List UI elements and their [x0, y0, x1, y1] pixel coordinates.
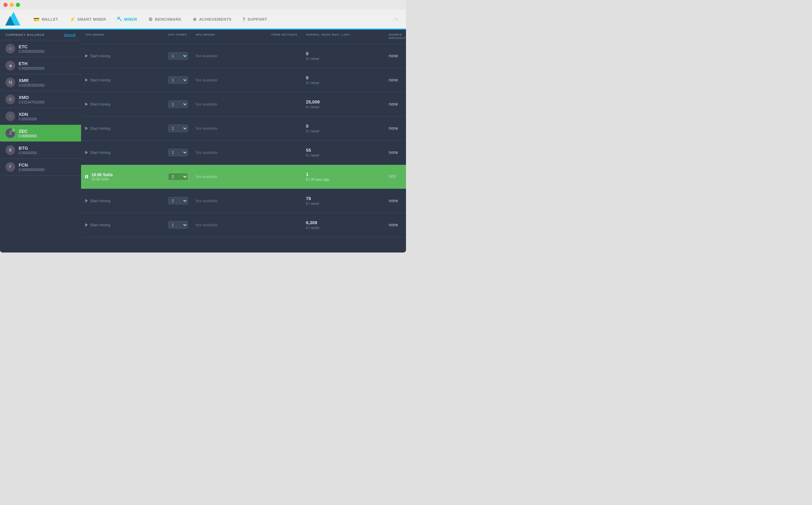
nav-wallet[interactable]: 💳 WALLET: [29, 14, 63, 24]
play-icon: [85, 199, 88, 202]
minimize-button[interactable]: [10, 3, 14, 7]
currency-name-xdn: XDN: [19, 112, 76, 117]
smart-miner-icon: ⚡: [69, 17, 76, 22]
currency-balance-btg: 0.00000000: [19, 151, 76, 155]
th-shares-difficulty: SHARES DIFFICULTY: [385, 30, 406, 44]
sidebar-item-eth[interactable]: ◈ ETH 0.000000000000: [0, 57, 81, 74]
shares-bad-last: 0 / never: [306, 202, 380, 206]
show-all-link[interactable]: Show all: [64, 33, 76, 37]
sidebar-item-xmr[interactable]: Ɱ XMR 0.020393920000: [0, 74, 81, 91]
sidebar-item-fcn[interactable]: F FCN 0.000000000000: [0, 159, 81, 176]
td-gpu-mining: Not available: [191, 51, 267, 61]
pause-mining-button[interactable]: 10.00 Sol/s 10.00 Sol/s: [85, 172, 160, 181]
start-mining-button[interactable]: Start mining: [85, 126, 160, 130]
play-icon: [85, 102, 88, 106]
play-icon: [85, 54, 88, 58]
td-ferm-settings: [267, 101, 302, 107]
currency-info-etc: ETC 0.000000000000: [19, 44, 76, 53]
td-cpu-mining: Start mining: [81, 148, 164, 157]
mining-speed-current: 10.00 Sol/s: [91, 172, 113, 177]
titlebar: [0, 0, 406, 10]
shares-good: 1: [306, 172, 380, 177]
window-controls: [3, 3, 20, 7]
currency-info-zec: ZEC 0.00000000: [19, 129, 76, 138]
start-mining-button[interactable]: Start mining: [85, 199, 160, 203]
currency-balance-xdn: 0.00000000: [19, 117, 76, 121]
sidebar-item-zec[interactable]: ℤ 1 ZEC 0.00000000: [0, 125, 81, 142]
sidebar: CURRENCY BALANCE Show all ◇ ETC 0.000000…: [0, 30, 81, 253]
table-row-xmr: Start mining 124 Not available 25,009 0 …: [81, 92, 406, 117]
cores-select[interactable]: 124: [168, 149, 188, 156]
sidebar-item-etc[interactable]: ◇ ETC 0.000000000000: [0, 40, 81, 57]
shares-good: 0: [306, 123, 380, 129]
currency-icon-zec: ℤ 1: [6, 128, 15, 138]
td-ferm-settings: [267, 222, 302, 228]
nav-achievements[interactable]: ★ ACHIEVEMENTS: [188, 14, 236, 24]
td-difficulty: none: [385, 75, 406, 85]
currency-balance-fcn: 0.000000000000: [19, 168, 76, 172]
table-rows: Start mining 124 Not available 0 0 / nev…: [81, 44, 406, 237]
currency-name-fcn: FCN: [19, 162, 76, 168]
th-ferm-settings: FERM SETTINGS: [267, 30, 302, 44]
start-mining-button[interactable]: Start mining: [85, 150, 160, 155]
start-mining-button[interactable]: Start mining: [85, 102, 160, 106]
currency-info-xdn: XDN 0.00000000: [19, 112, 76, 121]
difficulty-value: none: [389, 150, 398, 155]
nav-benchmark[interactable]: ⚙ BENCHMARK: [143, 14, 186, 24]
cores-select[interactable]: 124: [168, 221, 188, 229]
td-cpu-cores: 124: [164, 49, 191, 62]
td-ferm-settings: [267, 53, 302, 59]
start-mining-button[interactable]: Start mining: [85, 78, 160, 82]
table-header: CPU MINING CPU CORES GPU MINING FERM SET…: [81, 30, 406, 44]
cores-select[interactable]: 124: [168, 100, 188, 108]
gpu-status: Not available: [196, 150, 218, 155]
currency-balance-xmr: 0.020393920000: [19, 83, 76, 87]
start-mining-button[interactable]: Start mining: [85, 54, 160, 58]
currency-balance-eth: 0.000000000000: [19, 67, 76, 70]
start-mining-button[interactable]: Start mining: [85, 223, 160, 227]
nav-support[interactable]: ? SUPPORT: [238, 14, 272, 24]
th-cpu-cores: CPU CORES: [164, 30, 191, 44]
td-shares: 0 0 / never: [302, 72, 385, 88]
nav-smart-miner[interactable]: ⚡ SMART MINER: [65, 14, 111, 24]
content-inner: CPU MINING CPU CORES GPU MINING FERM SET…: [81, 30, 406, 237]
currency-balance-etc: 0.000000000000: [19, 50, 76, 53]
sidebar-item-btg[interactable]: Ƀ BTG 0.00000000: [0, 142, 81, 159]
currency-name-eth: ETH: [19, 61, 76, 66]
shares-bad-last: 0 / never: [306, 57, 380, 61]
collapse-button[interactable]: ⤡: [392, 16, 401, 23]
maximize-button[interactable]: [16, 3, 20, 7]
nav-miner[interactable]: ⛏ MINER: [112, 14, 142, 24]
currency-icon-etc: ◇: [6, 44, 15, 53]
shares-bad-last: 0 / never: [306, 154, 380, 157]
nav-support-label: SUPPORT: [248, 17, 267, 21]
td-difficulty: none: [385, 123, 406, 133]
cores-select[interactable]: 224: [168, 173, 188, 180]
cores-select[interactable]: 124: [168, 52, 188, 60]
td-cpu-mining: Start mining: [81, 220, 164, 230]
td-cpu-mining: Start mining: [81, 123, 164, 133]
close-button[interactable]: [3, 3, 8, 7]
td-cpu-cores: 124: [164, 73, 191, 87]
sidebar-item-xmo[interactable]: ⊙ XMO 0.015347010000: [0, 91, 81, 108]
cores-select[interactable]: 224: [168, 197, 188, 205]
table-row-btg: Start mining 224 Not available 78 0 / ne…: [81, 189, 406, 213]
shares-bad-last: 0 / never: [306, 129, 380, 133]
gpu-status: Not available: [196, 126, 218, 130]
td-ferm-settings: [267, 77, 302, 83]
app-logo: [5, 11, 22, 28]
cores-select[interactable]: 124: [168, 125, 188, 132]
pause-icon: [85, 175, 88, 178]
gpu-status: Not available: [196, 175, 218, 179]
support-icon: ?: [242, 17, 246, 22]
sidebar-item-xdn[interactable]: ⁙ XDN 0.00000000: [0, 108, 81, 125]
cores-select[interactable]: 124: [168, 76, 188, 84]
currency-info-xmo: XMO 0.015347010000: [19, 95, 76, 104]
play-icon: [85, 151, 88, 154]
currency-info-btg: BTG 0.00000000: [19, 146, 76, 155]
start-mining-label: Start mining: [90, 223, 110, 227]
difficulty-value: none: [389, 78, 398, 82]
play-icon: [85, 127, 88, 130]
table-row-xmo: Start mining 124 Not available 0 0 / nev…: [81, 117, 406, 141]
shares-good: 78: [306, 196, 380, 201]
